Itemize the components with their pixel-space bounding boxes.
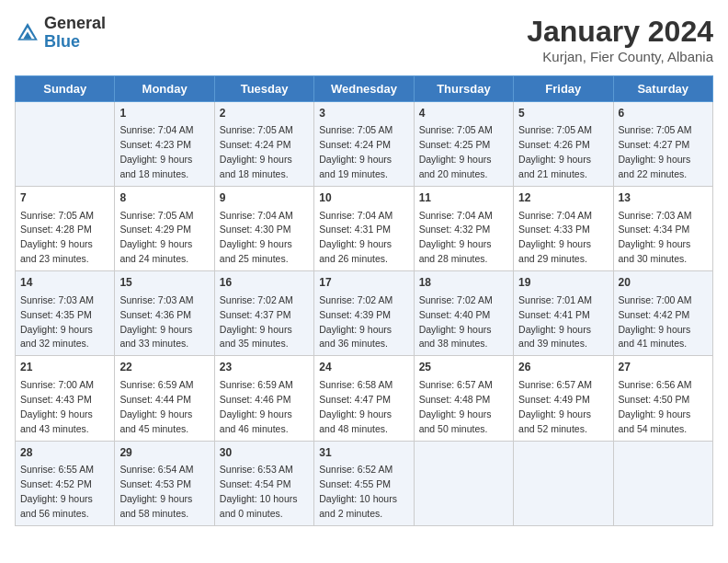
day-cell xyxy=(613,441,712,525)
day-info: Sunrise: 6:52 AMSunset: 4:55 PMDaylight:… xyxy=(319,464,397,519)
day-cell: 30 Sunrise: 6:53 AMSunset: 4:54 PMDaylig… xyxy=(214,441,313,525)
day-number: 13 xyxy=(619,190,708,206)
day-cell: 9 Sunrise: 7:04 AMSunset: 4:30 PMDayligh… xyxy=(214,187,313,271)
day-cell: 18 Sunrise: 7:02 AMSunset: 4:40 PMDaylig… xyxy=(414,271,513,356)
day-cell xyxy=(414,441,513,525)
page-header: General Blue January 2024 Kurjan, Fier C… xyxy=(15,15,713,64)
day-cell: 27 Sunrise: 6:56 AMSunset: 4:50 PMDaylig… xyxy=(613,356,712,441)
day-info: Sunrise: 7:03 AMSunset: 4:36 PMDaylight:… xyxy=(119,294,193,350)
day-info: Sunrise: 7:04 AMSunset: 4:23 PMDaylight:… xyxy=(119,124,193,179)
day-cell: 1 Sunrise: 7:04 AMSunset: 4:23 PMDayligh… xyxy=(115,102,214,187)
day-info: Sunrise: 6:54 AMSunset: 4:53 PMDaylight:… xyxy=(119,464,193,519)
day-cell: 2 Sunrise: 7:05 AMSunset: 4:24 PMDayligh… xyxy=(214,102,313,187)
day-number: 29 xyxy=(119,445,209,461)
day-number: 17 xyxy=(319,275,408,291)
day-info: Sunrise: 6:58 AMSunset: 4:47 PMDaylight:… xyxy=(319,379,392,434)
day-info: Sunrise: 7:04 AMSunset: 4:31 PMDaylight:… xyxy=(319,210,392,265)
title-block: January 2024 Kurjan, Fier County, Albani… xyxy=(527,15,713,64)
day-info: Sunrise: 6:53 AMSunset: 4:54 PMDaylight:… xyxy=(220,464,298,519)
day-cell: 23 Sunrise: 6:59 AMSunset: 4:46 PMDaylig… xyxy=(214,356,313,441)
calendar-table: SundayMondayTuesdayWednesdayThursdayFrid… xyxy=(15,75,713,526)
day-info: Sunrise: 7:05 AMSunset: 4:24 PMDaylight:… xyxy=(319,124,392,179)
day-number: 24 xyxy=(319,360,408,375)
week-row-1: 7 Sunrise: 7:05 AMSunset: 4:28 PMDayligh… xyxy=(16,187,713,271)
day-cell: 17 Sunrise: 7:02 AMSunset: 4:39 PMDaylig… xyxy=(314,271,414,356)
day-cell: 20 Sunrise: 7:00 AMSunset: 4:42 PMDaylig… xyxy=(613,271,712,356)
day-info: Sunrise: 7:05 AMSunset: 4:27 PMDaylight:… xyxy=(619,124,692,179)
calendar-title: January 2024 xyxy=(527,15,713,49)
day-info: Sunrise: 6:59 AMSunset: 4:46 PMDaylight:… xyxy=(220,379,293,434)
week-row-0: 1 Sunrise: 7:04 AMSunset: 4:23 PMDayligh… xyxy=(16,102,713,187)
day-number: 20 xyxy=(619,275,708,291)
day-cell: 28 Sunrise: 6:55 AMSunset: 4:52 PMDaylig… xyxy=(16,441,115,525)
logo: General Blue xyxy=(15,15,106,52)
day-cell: 25 Sunrise: 6:57 AMSunset: 4:48 PMDaylig… xyxy=(414,356,513,441)
header-cell-saturday: Saturday xyxy=(613,76,712,102)
day-number: 1 xyxy=(119,106,209,121)
day-info: Sunrise: 6:57 AMSunset: 4:48 PMDaylight:… xyxy=(419,379,493,434)
week-row-3: 21 Sunrise: 7:00 AMSunset: 4:43 PMDaylig… xyxy=(16,356,713,441)
day-number: 12 xyxy=(518,190,608,206)
day-info: Sunrise: 7:04 AMSunset: 4:33 PMDaylight:… xyxy=(518,210,592,265)
day-cell: 4 Sunrise: 7:05 AMSunset: 4:25 PMDayligh… xyxy=(414,102,513,187)
day-cell: 24 Sunrise: 6:58 AMSunset: 4:47 PMDaylig… xyxy=(314,356,414,441)
calendar-subtitle: Kurjan, Fier County, Albania xyxy=(527,49,713,64)
day-cell: 12 Sunrise: 7:04 AMSunset: 4:33 PMDaylig… xyxy=(514,187,613,271)
day-info: Sunrise: 7:02 AMSunset: 4:37 PMDaylight:… xyxy=(220,294,293,350)
day-number: 21 xyxy=(20,360,109,375)
day-number: 8 xyxy=(119,190,209,206)
day-number: 10 xyxy=(319,190,408,206)
day-number: 31 xyxy=(319,445,408,461)
header-cell-thursday: Thursday xyxy=(414,76,513,102)
day-info: Sunrise: 7:03 AMSunset: 4:35 PMDaylight:… xyxy=(20,294,94,350)
day-number: 22 xyxy=(119,360,209,375)
logo-text: General Blue xyxy=(44,15,106,52)
day-number: 6 xyxy=(619,106,708,121)
day-number: 16 xyxy=(220,275,309,291)
day-info: Sunrise: 7:00 AMSunset: 4:43 PMDaylight:… xyxy=(20,379,94,434)
header-cell-tuesday: Tuesday xyxy=(214,76,313,102)
day-cell: 7 Sunrise: 7:05 AMSunset: 4:28 PMDayligh… xyxy=(16,187,115,271)
day-number: 18 xyxy=(419,275,508,291)
day-number: 30 xyxy=(220,445,309,461)
day-info: Sunrise: 7:04 AMSunset: 4:30 PMDaylight:… xyxy=(220,210,293,265)
day-number: 3 xyxy=(319,106,408,121)
day-info: Sunrise: 7:05 AMSunset: 4:29 PMDaylight:… xyxy=(119,210,193,265)
day-number: 7 xyxy=(20,190,109,206)
day-info: Sunrise: 7:01 AMSunset: 4:41 PMDaylight:… xyxy=(518,294,592,350)
day-number: 25 xyxy=(419,360,508,375)
day-cell: 8 Sunrise: 7:05 AMSunset: 4:29 PMDayligh… xyxy=(115,187,214,271)
logo-blue: Blue xyxy=(44,32,80,51)
day-number: 26 xyxy=(518,360,608,375)
day-info: Sunrise: 7:02 AMSunset: 4:40 PMDaylight:… xyxy=(419,294,493,350)
header-cell-wednesday: Wednesday xyxy=(314,76,414,102)
day-info: Sunrise: 7:04 AMSunset: 4:32 PMDaylight:… xyxy=(419,210,493,265)
day-cell: 5 Sunrise: 7:05 AMSunset: 4:26 PMDayligh… xyxy=(514,102,613,187)
day-number: 5 xyxy=(518,106,608,121)
header-cell-monday: Monday xyxy=(115,76,214,102)
header-row: SundayMondayTuesdayWednesdayThursdayFrid… xyxy=(16,76,713,102)
day-number: 19 xyxy=(518,275,608,291)
day-number: 2 xyxy=(220,106,309,121)
day-number: 15 xyxy=(119,275,209,291)
day-cell: 22 Sunrise: 6:59 AMSunset: 4:44 PMDaylig… xyxy=(115,356,214,441)
week-row-4: 28 Sunrise: 6:55 AMSunset: 4:52 PMDaylig… xyxy=(16,441,713,525)
day-info: Sunrise: 7:02 AMSunset: 4:39 PMDaylight:… xyxy=(319,294,392,350)
day-info: Sunrise: 6:57 AMSunset: 4:49 PMDaylight:… xyxy=(518,379,592,434)
day-info: Sunrise: 7:00 AMSunset: 4:42 PMDaylight:… xyxy=(619,294,692,350)
day-info: Sunrise: 7:05 AMSunset: 4:25 PMDaylight:… xyxy=(419,124,493,179)
logo-general: General xyxy=(44,14,106,32)
day-cell: 10 Sunrise: 7:04 AMSunset: 4:31 PMDaylig… xyxy=(314,187,414,271)
logo-icon xyxy=(15,20,40,46)
day-cell xyxy=(16,102,115,187)
day-number: 14 xyxy=(20,275,109,291)
day-cell: 3 Sunrise: 7:05 AMSunset: 4:24 PMDayligh… xyxy=(314,102,414,187)
day-cell: 6 Sunrise: 7:05 AMSunset: 4:27 PMDayligh… xyxy=(613,102,712,187)
day-info: Sunrise: 6:56 AMSunset: 4:50 PMDaylight:… xyxy=(619,379,692,434)
day-number: 28 xyxy=(20,445,109,461)
day-cell xyxy=(514,441,613,525)
day-cell: 16 Sunrise: 7:02 AMSunset: 4:37 PMDaylig… xyxy=(214,271,313,356)
day-cell: 31 Sunrise: 6:52 AMSunset: 4:55 PMDaylig… xyxy=(314,441,414,525)
day-cell: 21 Sunrise: 7:00 AMSunset: 4:43 PMDaylig… xyxy=(16,356,115,441)
day-number: 23 xyxy=(220,360,309,375)
